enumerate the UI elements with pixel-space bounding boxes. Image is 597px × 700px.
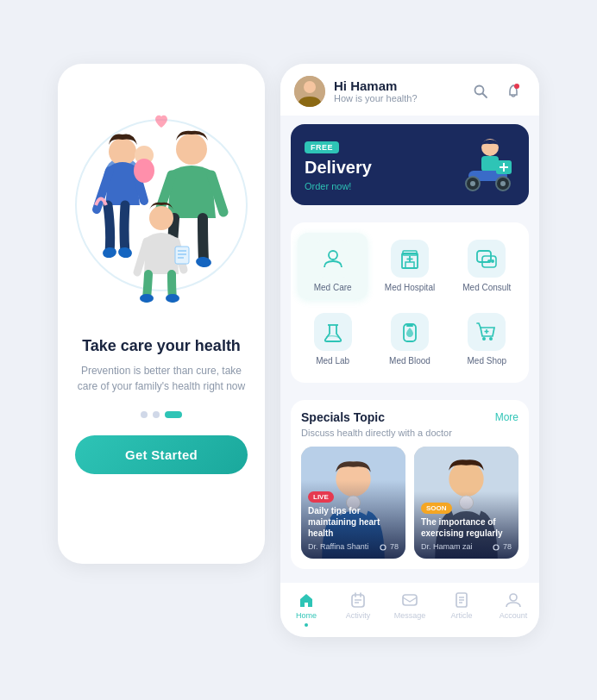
dot-2 [153, 411, 160, 418]
onboarding-card: Take care your health Prevention is bett… [58, 64, 265, 564]
nav-active-dot [305, 623, 308, 627]
search-icon[interactable] [468, 79, 493, 103]
nav-account-label: Account [500, 611, 528, 620]
card-1-title: Daily tips for maintaining heart health [308, 505, 399, 539]
nav-article[interactable]: Article [441, 591, 482, 627]
svg-rect-61 [403, 595, 417, 605]
app-header: Hi Hamam How is your health? [280, 64, 539, 116]
header-icons [468, 79, 525, 103]
avatar [294, 76, 325, 107]
svg-point-31 [329, 251, 337, 259]
card-1-overlay: LIVE Daily tips for maintaining heart he… [301, 480, 405, 559]
service-med-care[interactable]: Med Care [298, 233, 368, 299]
svg-point-27 [500, 181, 506, 186]
service-med-shop[interactable]: Med Shop [452, 306, 522, 372]
banner-content: FREE Delivery Order now! [305, 138, 372, 191]
med-care-label: Med Care [314, 283, 352, 292]
card-2-views: 78 [492, 542, 512, 552]
med-consult-icon [474, 247, 499, 271]
med-shop-icon-wrap [468, 313, 506, 351]
med-blood-label: Med Blood [389, 356, 430, 366]
avatar-image [294, 76, 325, 107]
bottom-nav: Home Activity [280, 583, 539, 637]
onboarding-title: Take care your health [82, 336, 241, 356]
svg-point-17 [304, 81, 316, 93]
svg-point-66 [510, 594, 517, 601]
svg-point-20 [514, 84, 519, 89]
bell-icon[interactable] [501, 79, 525, 103]
nav-article-label: Article [450, 611, 472, 620]
card-2-meta: Dr. Hamam zai 78 [421, 542, 512, 552]
med-care-icon [321, 247, 345, 271]
services-grid: Med Care Med Hospital [291, 222, 529, 383]
specials-more-button[interactable]: More [495, 411, 518, 423]
views-icon-2 [492, 543, 500, 552]
service-med-blood[interactable]: Med Blood [374, 306, 444, 372]
nav-activity[interactable]: Activity [337, 591, 379, 627]
med-hospital-label: Med Hospital [385, 283, 435, 292]
svg-point-10 [140, 294, 154, 303]
nav-home[interactable]: Home [286, 591, 327, 627]
svg-point-1 [109, 138, 136, 166]
topic-cards-row: LIVE Daily tips for maintaining heart he… [301, 447, 518, 559]
activity-icon [349, 591, 367, 609]
illustration-area [75, 84, 248, 326]
svg-point-9 [149, 206, 173, 230]
greeting-text: Hi Hamam [334, 78, 460, 93]
svg-point-4 [176, 134, 207, 165]
med-lab-icon [321, 320, 345, 344]
account-icon [505, 591, 522, 609]
med-consult-label: Med Consult [462, 283, 511, 292]
banner-illustration [451, 134, 520, 195]
med-blood-icon-wrap [391, 313, 429, 351]
svg-point-51 [380, 545, 386, 550]
specials-section: Specials Topic More Discuss health direc… [291, 400, 529, 569]
topic-card-2[interactable]: SOON The importance of exercising regula… [414, 447, 518, 559]
svg-point-8 [134, 159, 154, 183]
svg-rect-12 [175, 247, 189, 264]
header-text: Hi Hamam How is your health? [334, 78, 460, 103]
specials-title: Specials Topic [301, 410, 385, 424]
med-lab-icon-wrap [314, 313, 352, 351]
med-shop-label: Med Shop [468, 356, 507, 366]
dot-3 [165, 411, 182, 418]
get-started-button[interactable]: Get Started [75, 435, 248, 474]
med-blood-icon [398, 320, 422, 344]
svg-point-44 [482, 337, 486, 341]
promo-banner[interactable]: FREE Delivery Order now! [291, 124, 529, 205]
free-badge: FREE [305, 141, 339, 153]
onboarding-subtitle: Prevention is better than cure, take car… [75, 363, 248, 394]
nav-home-label: Home [296, 611, 317, 620]
main-app-card: Hi Hamam How is your health? [280, 64, 539, 637]
svg-point-40 [491, 259, 494, 263]
card-1-meta: Dr. Raffina Shanti 78 [308, 542, 399, 552]
med-consult-icon-wrap [468, 240, 506, 278]
med-lab-label: Med Lab [316, 356, 349, 366]
card-1-views: 78 [379, 542, 399, 552]
banner-title: Delivery [305, 157, 372, 178]
service-med-hospital[interactable]: Med Hospital [374, 233, 444, 299]
nav-account[interactable]: Account [493, 591, 534, 627]
med-shop-icon [474, 320, 499, 344]
card-2-title: The importance of exercising regularly [421, 516, 512, 539]
pagination-dots [141, 411, 182, 418]
views-icon-1 [379, 543, 387, 552]
med-care-icon-wrap [314, 240, 352, 278]
article-icon [453, 591, 470, 609]
health-subtitle: How is your health? [334, 93, 460, 103]
svg-point-2 [102, 246, 117, 259]
live-badge: LIVE [308, 491, 334, 503]
app-container: Take care your health Prevention is bett… [58, 64, 539, 637]
svg-rect-35 [405, 262, 414, 268]
topic-card-1[interactable]: LIVE Daily tips for maintaining heart he… [301, 447, 405, 559]
nav-activity-label: Activity [346, 611, 371, 620]
svg-point-55 [493, 545, 499, 550]
home-icon [298, 591, 315, 609]
nav-message[interactable]: Message [389, 591, 430, 627]
banner-subtitle: Order now! [305, 181, 372, 191]
soon-badge: SOON [421, 503, 452, 514]
service-med-lab[interactable]: Med Lab [298, 306, 368, 372]
service-med-consult[interactable]: Med Consult [452, 233, 522, 299]
svg-point-11 [166, 294, 179, 303]
svg-line-19 [483, 93, 487, 97]
